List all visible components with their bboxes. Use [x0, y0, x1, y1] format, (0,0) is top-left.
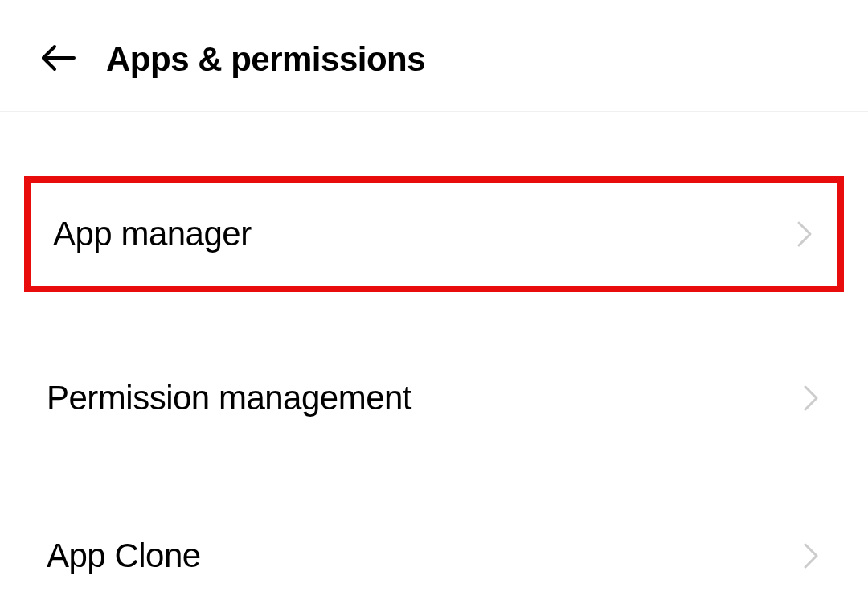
chevron-right-icon	[794, 218, 815, 250]
page-title: Apps & permissions	[106, 40, 425, 79]
menu-item-app-clone[interactable]: App Clone	[0, 504, 868, 600]
menu-list: App manager Permission management App Cl…	[0, 112, 868, 600]
menu-item-permission-management[interactable]: Permission management	[0, 347, 868, 450]
arrow-left-icon	[40, 43, 76, 76]
menu-item-app-manager[interactable]: App manager	[24, 176, 844, 292]
spacer	[0, 450, 868, 504]
back-button[interactable]	[40, 43, 84, 76]
chevron-right-icon	[800, 540, 821, 572]
chevron-right-icon	[800, 382, 821, 414]
menu-item-label: Permission management	[47, 379, 411, 417]
menu-item-label: App manager	[53, 215, 252, 253]
menu-item-label: App Clone	[47, 536, 201, 575]
header: Apps & permissions	[0, 0, 868, 112]
spacer	[0, 292, 868, 347]
